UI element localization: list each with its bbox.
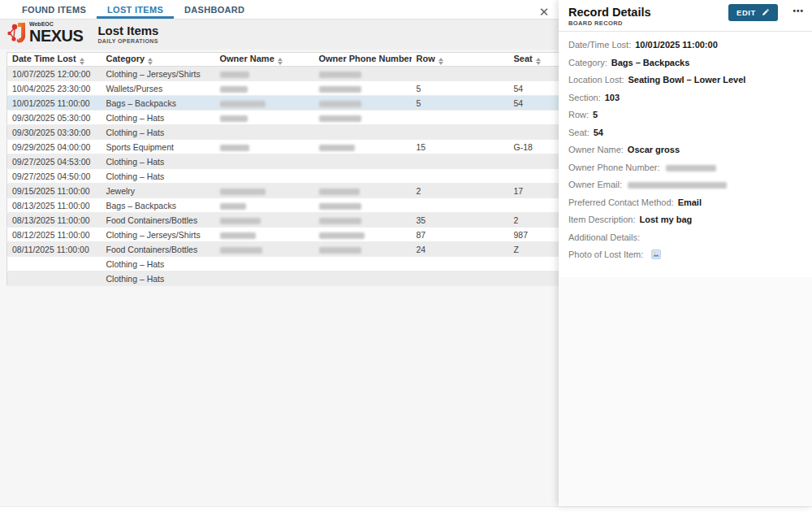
column-header[interactable]: Owner Phone Number bbox=[314, 53, 412, 67]
detail-field-label: Owner Name: bbox=[568, 145, 624, 154]
table-row[interactable]: 09/27/2025 04:50:00 Clothing – Hats bbox=[7, 169, 559, 184]
cell-category: Clothing – Hats bbox=[102, 111, 215, 125]
cell-seat: Z bbox=[509, 242, 559, 257]
tab-found-items[interactable]: FOUND ITEMS bbox=[11, 0, 97, 19]
page-subtitle: DAILY OPERATIONS bbox=[97, 38, 158, 45]
cell-seat: G-18 bbox=[509, 140, 559, 154]
table-row[interactable]: 09/30/2025 05:30:00 Clothing – Hats bbox=[7, 111, 559, 125]
column-header-label: Date Time Lost bbox=[12, 54, 76, 63]
table-header-row: Date Time Lost Category Owner Name Owner… bbox=[7, 53, 559, 67]
detail-field-value: Lost my bag bbox=[640, 215, 693, 224]
detail-field-value: Seating Bowl – Lower Level bbox=[628, 75, 746, 85]
tab-lost-items[interactable]: LOST ITEMS bbox=[97, 0, 174, 19]
column-header[interactable]: Seat bbox=[509, 53, 559, 67]
cell-date-time-lost: 08/12/2025 11:00:00 bbox=[7, 228, 102, 242]
cell-row: 15 bbox=[412, 140, 509, 154]
table-row[interactable]: 09/15/2025 11:00:00 Jewelry 2 17 bbox=[7, 184, 559, 198]
page-head: Lost Items DAILY OPERATIONS bbox=[97, 24, 158, 44]
table-row[interactable]: 10/07/2025 12:00:00 Clothing – Jerseys/S… bbox=[7, 67, 559, 81]
table-row[interactable]: 08/11/2025 11:00:00 Food Containers/Bott… bbox=[7, 242, 559, 257]
column-header[interactable]: Date Time Lost bbox=[7, 53, 102, 67]
webeoc-nexus-logo: WebEOC NEXUS bbox=[6, 21, 83, 49]
tab-dashboard[interactable]: DASHBOARD bbox=[174, 0, 255, 19]
redacted-owner-phone bbox=[319, 232, 365, 239]
brand-name-label: NEXUS bbox=[29, 28, 83, 44]
column-header[interactable]: Category bbox=[102, 53, 215, 67]
table-row[interactable]: Clothing – Hats bbox=[7, 257, 559, 271]
lost-items-table: Date Time Lost Category Owner Name Owner… bbox=[6, 52, 559, 286]
table-row[interactable]: 08/13/2025 11:00:00 Food Containers/Bott… bbox=[7, 213, 559, 228]
redacted-owner-phone bbox=[319, 145, 355, 151]
cell-date-time-lost: 10/01/2025 11:00:00 bbox=[7, 96, 102, 111]
detail-field: Row:5 bbox=[568, 110, 802, 119]
redacted-owner-phone bbox=[319, 247, 361, 254]
redacted-owner-name bbox=[220, 72, 249, 78]
pencil-icon bbox=[762, 8, 770, 18]
cell-seat bbox=[509, 154, 559, 169]
detail-field: Additional Details: bbox=[568, 232, 802, 242]
table-row[interactable]: 10/04/2025 23:30:00 Wallets/Purses 5 54 bbox=[7, 81, 559, 96]
redacted-owner-phone bbox=[319, 218, 361, 224]
detail-field: Seat:54 bbox=[568, 128, 802, 137]
redacted-owner-phone bbox=[319, 86, 361, 93]
detail-field-label: Item Description: bbox=[568, 215, 636, 224]
column-header[interactable]: Owner Name bbox=[215, 53, 314, 67]
detail-field-label: Owner Email: bbox=[568, 180, 622, 189]
table-row[interactable]: Clothing – Hats bbox=[7, 271, 559, 286]
panel-fields: Date/Time Lost:10/01/2025 11:00:00 Categ… bbox=[559, 32, 812, 277]
more-options-icon[interactable]: ••• bbox=[793, 2, 804, 20]
cell-row bbox=[412, 111, 509, 125]
table-row[interactable]: 08/13/2025 11:00:00 Bags – Backpacks bbox=[7, 198, 559, 213]
table-row[interactable]: 10/01/2025 11:00:00 Bags – Backpacks 5 5… bbox=[7, 96, 559, 111]
column-header-label: Row bbox=[417, 54, 435, 63]
column-header[interactable]: Row bbox=[412, 53, 509, 67]
cell-owner-phone bbox=[314, 125, 412, 140]
redacted-owner-phone bbox=[319, 72, 361, 78]
column-header-label: Owner Phone Number bbox=[319, 54, 412, 63]
cell-seat: 54 bbox=[509, 96, 559, 111]
redacted-owner-name bbox=[220, 232, 256, 239]
detail-field-value: 5 bbox=[593, 110, 598, 119]
table-row[interactable]: 09/30/2025 03:30:00 Clothing – Hats bbox=[7, 125, 559, 140]
panel-header: Record Details BOARD RECORD EDIT ••• bbox=[559, 0, 812, 32]
cell-date-time-lost: 09/27/2025 04:50:00 bbox=[7, 169, 102, 184]
detail-field: Section:103 bbox=[568, 93, 802, 102]
cell-category: Clothing – Hats bbox=[102, 169, 215, 184]
cell-seat: 987 bbox=[509, 228, 559, 242]
detail-field: Owner Name:Oscar gross bbox=[568, 145, 802, 154]
lost-items-table-wrap: Date Time Lost Category Owner Name Owner… bbox=[6, 52, 559, 286]
edit-button[interactable]: EDIT bbox=[728, 4, 778, 21]
redacted-owner-name bbox=[220, 101, 266, 107]
table-row[interactable]: 09/27/2025 04:53:00 Clothing – Hats bbox=[7, 154, 559, 169]
brand-product-label: WebEOC bbox=[29, 21, 83, 27]
redacted-owner-phone bbox=[319, 101, 361, 107]
cell-owner-name bbox=[215, 242, 314, 257]
cell-owner-name bbox=[215, 184, 314, 198]
close-panel-button[interactable]: ✕ bbox=[537, 4, 551, 19]
cell-row: 87 bbox=[412, 228, 509, 242]
redacted-owner-name bbox=[220, 218, 261, 224]
cell-owner-name bbox=[215, 213, 314, 228]
cell-category: Clothing – Jerseys/Shirts bbox=[102, 228, 215, 242]
redacted-value bbox=[628, 182, 727, 189]
sort-icon bbox=[278, 58, 283, 65]
cell-seat bbox=[509, 257, 559, 271]
cell-row bbox=[412, 257, 509, 271]
table-row[interactable]: 09/29/2025 04:00:00 Sports Equipment 15 … bbox=[7, 140, 559, 154]
cell-row bbox=[412, 198, 509, 213]
cell-row: 5 bbox=[412, 96, 509, 111]
photo-thumbnail-icon[interactable] bbox=[649, 251, 661, 261]
detail-field: Category:Bags – Backpacks bbox=[568, 58, 802, 67]
title-band: WebEOC NEXUS Lost Items DAILY OPERATIONS bbox=[0, 20, 559, 50]
app-root: FOUND ITEMS LOST ITEMS DASHBOARD bbox=[0, 0, 812, 525]
detail-field-label: Owner Phone Number: bbox=[568, 163, 660, 172]
detail-field: Preferred Contact Method:Email bbox=[568, 197, 802, 207]
table-row[interactable]: 08/12/2025 11:00:00 Clothing – Jerseys/S… bbox=[7, 228, 559, 242]
detail-field-value: 103 bbox=[605, 93, 620, 102]
cell-row: 35 bbox=[412, 213, 509, 228]
detail-field-label: Date/Time Lost: bbox=[568, 40, 631, 50]
cell-owner-name bbox=[215, 228, 314, 242]
redacted-owner-name bbox=[220, 247, 262, 254]
cell-category: Food Containers/Bottles bbox=[102, 242, 215, 257]
redacted-owner-name bbox=[220, 86, 248, 93]
